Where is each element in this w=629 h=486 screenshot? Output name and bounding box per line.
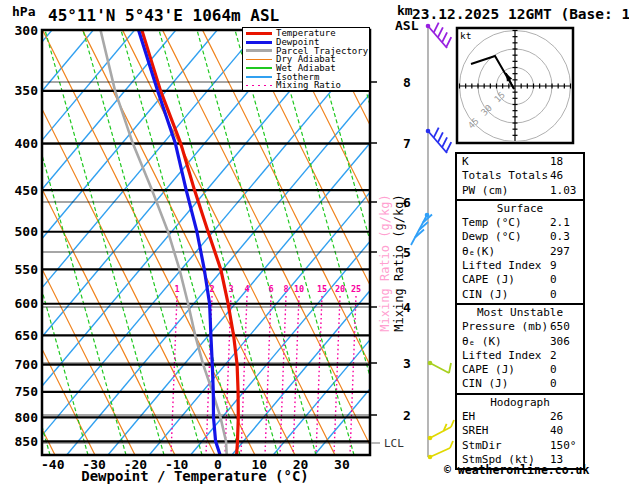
table-row-label: K [462,155,469,168]
table-row: Pressure (mb)650 [457,320,583,334]
km-tick-label: 3 [403,356,411,371]
table-row-value: 150° [550,439,577,453]
table-row-value: 2.1 [550,216,570,230]
legend-line-swatch [246,41,272,44]
pressure-tick-label: 450 [4,183,38,198]
table-row-value: 0 [550,363,557,377]
legend-line-swatch [246,85,272,87]
table-row-value: 650 [550,320,570,334]
mixing-ratio-axis-ghost: Mixing Ratio (g/kg) [378,181,392,345]
table-row-value: 18 [550,155,563,169]
table-row: CAPE (J)0 [457,273,583,287]
legend-label: Wet Adiabat [276,64,336,72]
table-row-value: 0.3 [550,230,570,244]
table-section-header: Most Unstable [457,306,583,320]
run-datetime: 23.12.2025 12GMT (Base: 12) [412,6,629,22]
pressure-tick-label: 750 [4,384,38,399]
table-row: SREH40 [457,424,583,438]
table-row-value: 0 [550,288,557,302]
table-row: PW (cm)1.03 [457,184,583,198]
legend-row: Mixing Ratio [246,81,369,90]
table-row: Temp (°C)2.1 [457,216,583,230]
mixing-ratio-value-label: 25 [347,284,365,294]
table-row: θₑ(K)297 [457,245,583,259]
pressure-tick-label: 800 [4,410,38,425]
mixing-ratio-value-label: 2 [203,284,221,294]
table-row-value: 9 [550,259,557,273]
sounding-chart-page: 153045 hPa 45°11'N 5°43'E 1064m ASL km A… [0,0,629,486]
wind-barb-icon [428,441,453,459]
pressure-tick-label: 350 [4,83,38,98]
table-row-label: Pressure (mb) [462,320,548,333]
table-row: CIN (J)0 [457,288,583,302]
legend-label: Dewpoint [276,38,319,46]
mixing-ratio-value-label: 10 [290,284,308,294]
table-row: K18 [457,155,583,169]
table-row-value: 306 [550,335,570,349]
table-section: HodographEH26SREH40StmDir150°StmSpd (kt)… [457,393,583,468]
indices-table: K18Totals Totals46PW (cm)1.03SurfaceTemp… [455,152,585,470]
copyright: © weatheronline.co.uk [444,463,589,477]
pressure-tick-label: 600 [4,296,38,311]
table-row: StmDir150° [457,439,583,453]
table-row-label: θₑ(K) [462,245,495,258]
legend-line-swatch [246,59,272,61]
pressure-tick-label: 400 [4,136,38,151]
chart-legend: TemperatureDewpointParcel TrajectoryDry … [242,27,370,91]
table-row-value: 2 [550,349,557,363]
table-section-header: Surface [457,202,583,216]
table-row-value: 1.03 [550,184,577,198]
legend-line-swatch [246,32,272,35]
table-row-value: 26 [550,410,563,424]
km-tick-label: 2 [403,408,411,423]
table-row-value: 46 [550,169,563,183]
pressure-tick-label: 500 [4,224,38,239]
altitude-axis-unit: km [397,3,413,18]
hodograph: 153045 [457,28,573,143]
table-row: Dewp (°C)0.3 [457,230,583,244]
table-row: CIN (J)0 [457,377,583,391]
height-gridlines [42,82,370,443]
table-row-label: SREH [462,424,489,437]
legend-line-swatch [246,49,272,52]
table-row-label: Temp (°C) [462,216,522,229]
hodograph-unit-label: kt [460,30,471,41]
table-row-label: CAPE (J) [462,273,515,286]
pressure-tick-label: 700 [4,357,38,372]
km-tick-label: 8 [403,75,411,90]
table-row-label: Lifted Index [462,259,541,272]
table-section: SurfaceTemp (°C)2.1Dewp (°C)0.3θₑ(K)297L… [457,199,583,303]
pressure-tick-label: 300 [4,23,38,38]
lcl-marker-label: LCL [384,437,404,450]
table-section: K18Totals Totals46PW (cm)1.03 [457,154,583,199]
wind-barb-icon [428,361,451,373]
table-row-value: 40 [550,424,563,438]
pressure-axis-unit: hPa [12,4,35,19]
legend-line-swatch [246,67,272,69]
table-row: CAPE (J)0 [457,363,583,377]
table-section: Most UnstablePressure (mb)650θₑ (K)306Li… [457,303,583,393]
table-row-value: 0 [550,377,557,391]
wind-barb-icon [426,23,452,48]
table-row-label: Dewp (°C) [462,230,522,243]
wind-barb-icon [426,128,452,153]
table-row-label: PW (cm) [462,184,508,197]
legend-label: Mixing Ratio [276,81,341,89]
station-title: 45°11'N 5°43'E 1064m ASL [48,6,279,25]
table-row-label: Totals Totals [462,169,548,182]
mixing-ratio-value-label: 4 [238,284,256,294]
isobar-lines [42,30,370,441]
table-row: Lifted Index9 [457,259,583,273]
table-row-value: 297 [550,245,570,259]
table-row: θₑ (K)306 [457,335,583,349]
table-row-value: 0 [550,273,557,287]
mixing-ratio-value-label: 15 [313,284,331,294]
table-row-label: θₑ (K) [462,335,502,348]
pressure-tick-label: 550 [4,262,38,277]
wind-barb-icon [428,420,454,440]
wind-barb-icon [411,213,432,245]
legend-line-swatch [246,76,272,78]
table-row-label: CAPE (J) [462,363,515,376]
table-row-label: Lifted Index [462,349,541,362]
mixing-ratio-axis-label: Mixing Ratio (g/kg) [392,181,406,345]
